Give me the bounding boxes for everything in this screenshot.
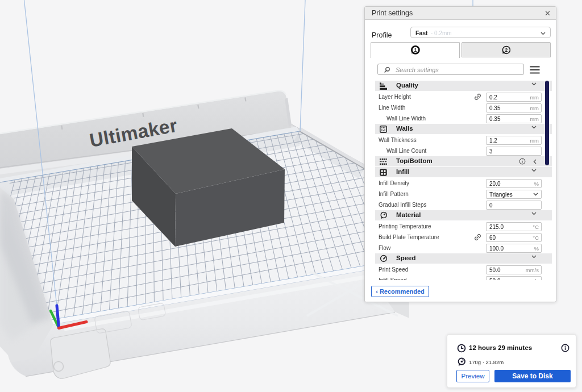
svg-text:2: 2 <box>505 47 508 53</box>
svg-text:1: 1 <box>414 47 417 53</box>
